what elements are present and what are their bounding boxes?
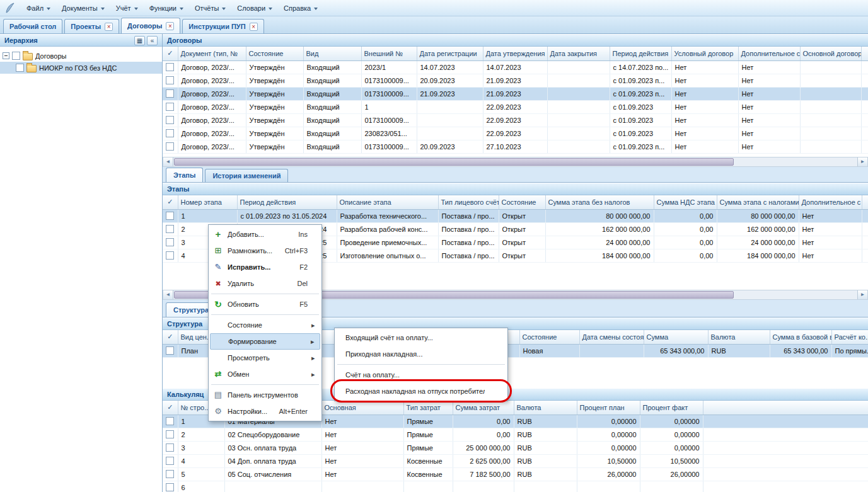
column-header[interactable]: Расчёт ко... <box>831 330 868 344</box>
close-icon[interactable]: × <box>250 23 258 31</box>
menu-reports[interactable]: Отчёты <box>189 3 231 14</box>
row-checkbox[interactable] <box>166 470 174 478</box>
column-header[interactable]: Процент план <box>577 401 640 415</box>
table-row[interactable]: Договор, 2023/...УтверждёнВходящий017310… <box>163 113 868 127</box>
column-header[interactable]: Условный договор <box>671 47 738 60</box>
table-row[interactable]: 404 Доп. оплата трудаНетКосвенные2 625 0… <box>163 454 868 467</box>
column-header[interactable]: ✓ <box>163 47 178 60</box>
table-row[interactable]: Договор, 2023/...УтверждёнВходящий017310… <box>163 140 868 153</box>
menu-item-duplicate[interactable]: ⊞Размножить...Ctrl+F3 <box>210 243 320 259</box>
column-header[interactable]: ✓ <box>163 195 178 209</box>
column-header[interactable]: Процент факт <box>640 401 703 415</box>
row-checkbox[interactable] <box>166 89 174 98</box>
view-options-icon[interactable]: ▦ <box>134 36 145 45</box>
column-header[interactable]: Внешний № <box>361 47 417 60</box>
row-checkbox[interactable] <box>166 225 174 233</box>
scrollbar-thumb[interactable] <box>174 158 734 166</box>
collapse-node-icon[interactable] <box>3 52 9 59</box>
table-row[interactable]: Договор, 2023/...УтверждёнВходящий2023/1… <box>163 60 868 74</box>
tree-node-contracts[interactable]: Договоры <box>0 50 162 62</box>
tab-stages[interactable]: Этапы <box>166 168 203 182</box>
collapse-panel-icon[interactable]: « <box>147 36 158 45</box>
menu-accounting[interactable]: Учёт <box>110 3 144 14</box>
row-checkbox[interactable] <box>166 212 174 220</box>
table-row[interactable]: 505 Соц. отчисленияНетКосвенные7 182 500… <box>163 467 868 481</box>
column-header[interactable]: Сумма затрат <box>453 401 514 415</box>
scroll-left-icon[interactable]: ◄ <box>163 157 173 166</box>
column-header[interactable]: Период действия <box>610 47 671 60</box>
table-row[interactable]: Договор, 2023/...УтверждёнВходящий230823… <box>163 127 868 140</box>
scroll-left-icon[interactable]: ◄ <box>163 290 173 299</box>
column-header[interactable]: Сумма НДС этапа <box>654 195 717 209</box>
menu-item-toolbar-panel[interactable]: ▤Панель инструментов <box>210 387 320 403</box>
table-row[interactable]: Договор, 2023/...УтверждёнВходящий017310… <box>163 74 868 87</box>
tab-instructions[interactable]: Инструкции ПУП× <box>182 19 263 33</box>
menu-item-settings[interactable]: ⚙Настройки...Alt+Enter <box>210 403 320 420</box>
table-row[interactable]: 303 Осн. оплата трудаНетПрямые25 000 000… <box>163 441 868 454</box>
menu-item-state[interactable]: Состояние▸ <box>210 317 320 333</box>
column-header[interactable]: Дополнительное с <box>738 47 800 60</box>
contracts-horizontal-scrollbar[interactable]: ◄ ► <box>163 157 868 167</box>
submenu-item-receipt-note[interactable]: Приходная накладная... <box>336 346 506 362</box>
column-header[interactable]: Основной договор <box>800 47 861 60</box>
column-header[interactable]: ✓ <box>163 330 178 344</box>
table-row[interactable]: 202 СпецоборудованиеНетПрямые0,00RUB0,00… <box>163 428 868 441</box>
tab-projects[interactable]: Проекты× <box>64 19 119 33</box>
menu-file[interactable]: Файл <box>21 3 56 14</box>
menu-item-exchange[interactable]: ⇄Обмен▸ <box>210 366 320 382</box>
row-checkbox[interactable] <box>166 417 174 425</box>
column-header[interactable]: Сумма в базовой в <box>770 330 831 344</box>
column-header[interactable]: Документ (тип, № <box>178 47 246 60</box>
close-icon[interactable]: × <box>166 22 174 30</box>
row-checkbox[interactable] <box>166 142 174 151</box>
column-header[interactable]: Тип затрат <box>403 401 453 415</box>
close-icon[interactable]: × <box>105 23 113 31</box>
node-checkbox[interactable] <box>16 64 24 72</box>
column-header[interactable] <box>861 47 868 60</box>
row-checkbox[interactable] <box>166 251 174 260</box>
column-header[interactable]: Основная <box>321 401 403 415</box>
tab-desktop[interactable]: Рабочий стол <box>3 19 62 33</box>
column-header[interactable]: Состояние <box>499 195 545 209</box>
column-header[interactable]: Валюта <box>514 401 577 415</box>
menu-item-delete[interactable]: ✖УдалитьDel <box>210 275 320 292</box>
table-row[interactable]: Договор, 2023/...УтверждёнВходящий017310… <box>163 87 868 100</box>
row-checkbox[interactable] <box>166 430 174 438</box>
column-header[interactable]: Дата закрытия <box>547 47 610 60</box>
row-checkbox[interactable] <box>166 129 174 137</box>
menu-item-refresh[interactable]: ↻ОбновитьF5 <box>210 296 320 312</box>
column-header[interactable]: Сумма этапа без налогов <box>545 195 654 209</box>
column-header[interactable]: ✓ <box>163 401 178 415</box>
row-checkbox[interactable] <box>166 238 174 246</box>
column-header[interactable]: Номер этапа <box>178 195 237 209</box>
row-checkbox[interactable] <box>166 63 174 71</box>
table-row[interactable]: 1с 01.09.2023 по 31.05.2024Разработка те… <box>163 209 868 222</box>
row-checkbox[interactable] <box>166 346 174 355</box>
column-header[interactable] <box>862 195 868 209</box>
row-checkbox[interactable] <box>166 443 174 452</box>
column-header[interactable]: Вид <box>303 47 361 60</box>
row-checkbox[interactable] <box>166 457 174 465</box>
submenu-item-payment-invoice[interactable]: Счёт на оплату... <box>336 367 506 383</box>
column-header[interactable]: Период действия <box>237 195 337 209</box>
tab-contracts[interactable]: Договоры× <box>121 18 180 33</box>
column-header[interactable]: Тип лицевого счёт <box>438 195 499 209</box>
menu-item-edit[interactable]: ✎Исправить...F2 <box>210 259 320 275</box>
scroll-right-icon[interactable]: ► <box>857 157 867 166</box>
column-header[interactable]: Дата утверждения <box>483 47 547 60</box>
column-header[interactable]: Валюта <box>708 330 770 344</box>
column-header[interactable]: Сумма <box>644 330 708 344</box>
menu-help[interactable]: Справка <box>278 3 323 14</box>
table-row[interactable]: 6 <box>163 481 868 492</box>
row-checkbox[interactable] <box>166 103 174 111</box>
column-header[interactable]: Описание этапа <box>337 195 438 209</box>
tree-node-niokr[interactable]: НИОКР по ГОЗ без НДС <box>0 62 162 74</box>
menu-dictionaries[interactable]: Словари <box>231 3 278 14</box>
row-checkbox[interactable] <box>166 483 174 491</box>
column-header[interactable]: Дата регистрации <box>417 47 483 60</box>
node-checkbox[interactable] <box>12 52 20 60</box>
row-checkbox[interactable] <box>166 116 174 124</box>
table-row[interactable]: Договор, 2023/...УтверждёнВходящий122.09… <box>163 100 868 113</box>
scroll-right-icon[interactable]: ► <box>857 290 867 299</box>
column-header[interactable]: Состояние <box>246 47 303 60</box>
